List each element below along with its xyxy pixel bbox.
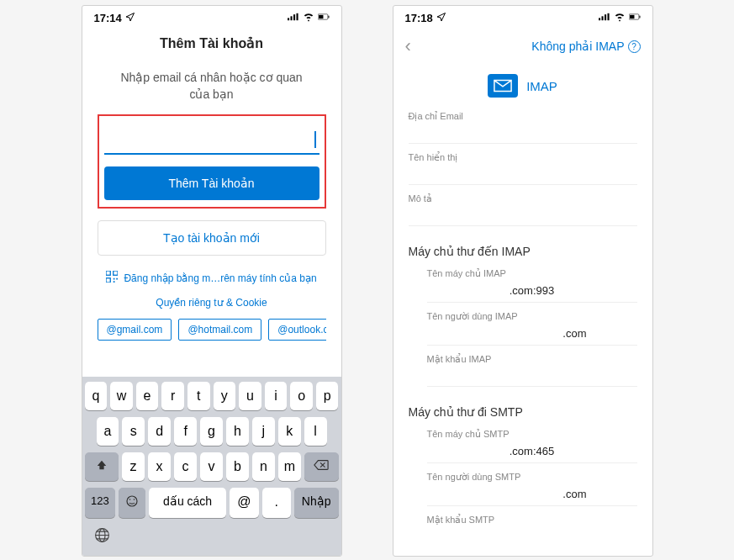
displayname-value: [409, 166, 637, 185]
location-icon: [125, 12, 135, 24]
key-numbers[interactable]: 123: [85, 488, 116, 518]
svg-rect-1: [290, 16, 292, 20]
status-right: [599, 11, 641, 25]
imap-host-field[interactable]: Tên máy chủ IMAP .com:993: [427, 262, 637, 304]
key-j[interactable]: j: [252, 417, 275, 446]
key-r[interactable]: r: [161, 382, 184, 410]
key-b[interactable]: b: [226, 452, 249, 481]
svg-rect-3: [296, 13, 298, 20]
kb-row-1: q w e r t y u i o p: [85, 382, 339, 410]
text-cursor: [314, 131, 316, 148]
domain-chip-gmail[interactable]: @gmail.com: [98, 319, 172, 341]
location-icon: [436, 12, 446, 24]
imap-section-title: Máy chủ thư đến IMAP: [409, 245, 637, 258]
svg-rect-25: [639, 15, 640, 18]
screen-imap-config: 17:18 ‹ Không phải IMAP ? IMAP Địa chỉ E…: [393, 5, 653, 557]
help-icon: ?: [628, 40, 641, 53]
kb-row-2: a s d f g h j k l: [85, 417, 339, 446]
header-row: ‹ Không phải IMAP ?: [393, 30, 652, 62]
kb-row-4: 123 dấu cách @ . Nhập: [85, 488, 339, 518]
not-imap-link[interactable]: Không phải IMAP ?: [531, 40, 640, 53]
imap-host-value: .com:993: [427, 283, 637, 303]
key-f[interactable]: f: [174, 417, 197, 446]
imap-user-label: Tên người dùng IMAP: [427, 311, 637, 322]
desc-label: Mô tả: [409, 193, 637, 204]
imap-header: IMAP: [409, 62, 637, 104]
imap-user-field[interactable]: Tên người dùng IMAP .com: [427, 304, 637, 347]
key-c[interactable]: c: [174, 452, 197, 481]
key-a[interactable]: a: [97, 417, 119, 446]
keyboard: q w e r t y u i o p a s d f g h j k l z …: [82, 377, 341, 556]
smtp-host-field[interactable]: Tên máy chủ SMTP .com:465: [427, 422, 637, 465]
signal-icon: [288, 11, 299, 25]
key-k[interactable]: k: [278, 417, 301, 446]
highlight-box: Thêm Tài khoản: [98, 114, 326, 209]
imap-user-value: .com: [427, 325, 637, 346]
domain-chip-outlook[interactable]: @outlook.com: [268, 319, 325, 341]
key-dot[interactable]: .: [262, 488, 291, 518]
key-q[interactable]: q: [85, 382, 108, 410]
svg-rect-0: [288, 18, 289, 20]
key-d[interactable]: d: [148, 417, 171, 446]
displayname-field[interactable]: Tên hiển thị: [409, 145, 637, 187]
signal-icon: [599, 11, 610, 25]
qr-login-link[interactable]: Đăng nhập bằng m…rên máy tính của bạn: [98, 271, 326, 285]
qr-icon: [106, 271, 118, 285]
key-p[interactable]: p: [316, 382, 339, 410]
key-o[interactable]: o: [290, 382, 313, 410]
key-e[interactable]: e: [136, 382, 159, 410]
key-z[interactable]: z: [122, 452, 145, 481]
not-imap-label: Không phải IMAP: [531, 40, 624, 53]
domain-chip-hotmail[interactable]: @hotmail.com: [178, 319, 261, 341]
key-t[interactable]: t: [187, 382, 210, 410]
wifi-icon: [303, 11, 314, 25]
smtp-pass-label: Mật khẩu SMTP: [427, 515, 637, 526]
status-time: 17:18: [405, 12, 433, 24]
svg-rect-2: [293, 14, 295, 20]
smtp-user-label: Tên người dùng SMTP: [427, 472, 637, 483]
svg-rect-12: [114, 281, 115, 283]
email-input[interactable]: [104, 123, 319, 155]
key-n[interactable]: n: [252, 452, 275, 481]
key-y[interactable]: y: [214, 382, 236, 410]
key-at[interactable]: @: [230, 488, 258, 518]
imap-host-label: Tên máy chủ IMAP: [427, 268, 637, 279]
svg-point-13: [127, 496, 137, 506]
key-shift[interactable]: [85, 452, 119, 481]
key-i[interactable]: i: [265, 382, 288, 410]
key-s[interactable]: s: [122, 417, 145, 446]
battery-icon: [629, 11, 641, 25]
key-backspace[interactable]: [304, 452, 339, 481]
email-field[interactable]: Địa chỉ Email: [409, 104, 637, 145]
svg-point-15: [134, 499, 135, 500]
svg-rect-21: [605, 14, 606, 20]
smtp-pass-value: [427, 529, 637, 547]
desc-field[interactable]: Mô tả: [409, 187, 637, 228]
back-button[interactable]: ‹: [405, 35, 422, 57]
svg-rect-24: [630, 15, 634, 18]
key-h[interactable]: h: [226, 417, 249, 446]
smtp-user-field[interactable]: Tên người dùng SMTP .com: [427, 465, 637, 508]
svg-rect-20: [601, 16, 603, 20]
svg-rect-10: [114, 278, 115, 280]
key-return[interactable]: Nhập: [294, 488, 339, 518]
page-title: Thêm Tài khoản: [94, 35, 330, 51]
key-x[interactable]: x: [148, 452, 171, 481]
key-emoji[interactable]: [119, 488, 145, 518]
status-bar: 17:14: [82, 6, 341, 30]
create-account-button[interactable]: Tạo tài khoản mới: [98, 220, 326, 256]
smtp-user-value: .com: [427, 486, 637, 506]
globe-icon[interactable]: [93, 526, 111, 547]
key-g[interactable]: g: [200, 417, 223, 446]
svg-rect-7: [106, 271, 110, 275]
key-space[interactable]: dấu cách: [149, 488, 226, 518]
privacy-link[interactable]: Quyền riêng tư & Cookie: [98, 297, 326, 309]
key-l[interactable]: l: [304, 417, 327, 446]
key-u[interactable]: u: [239, 382, 261, 410]
key-w[interactable]: w: [110, 382, 133, 410]
imap-pass-field[interactable]: Mật khẩu IMAP: [427, 347, 637, 388]
smtp-pass-field[interactable]: Mật khẩu SMTP: [427, 508, 637, 549]
key-v[interactable]: v: [200, 452, 223, 481]
add-account-button[interactable]: Thêm Tài khoản: [104, 166, 319, 200]
key-m[interactable]: m: [278, 452, 301, 481]
